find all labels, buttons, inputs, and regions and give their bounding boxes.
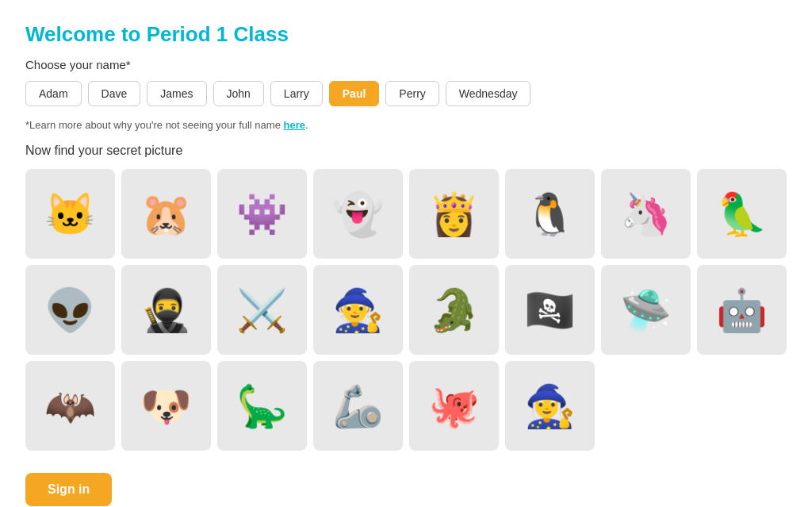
picture-cell-penguin[interactable]: 🐧 <box>505 169 595 259</box>
picture-cell-bird[interactable]: 🦜 <box>697 169 787 259</box>
picture-cell-dragon[interactable]: 🐊 <box>409 265 499 355</box>
picture-cell-pirate[interactable]: 🏴‍☠️ <box>505 265 595 355</box>
picture-cell-princess[interactable]: 👸 <box>409 169 499 259</box>
name-btn-james[interactable]: James <box>147 81 206 106</box>
picture-cell-robot[interactable]: 🤖 <box>697 265 787 355</box>
picture-cell-alien2[interactable]: 🛸 <box>601 265 691 355</box>
picture-cell-bat[interactable]: 🦇 <box>25 361 115 451</box>
picture-grid: 🐱🐹👾👻👸🐧🦄🦜👽🥷⚔️🧙🐊🏴‍☠️🛸🤖🦇🐶🦕🦾🐙🧙‍♀️ <box>25 169 787 451</box>
name-btn-larry[interactable]: Larry <box>270 81 323 106</box>
name-btn-wednesday[interactable]: Wednesday <box>446 81 531 106</box>
picture-cell-warrior[interactable]: ⚔️ <box>217 265 307 355</box>
picture-cell-octopus[interactable]: 🐙 <box>409 361 499 451</box>
picture-cell-monster[interactable]: 👾 <box>217 169 307 259</box>
picture-cell-hamster[interactable]: 🐹 <box>121 169 211 259</box>
picture-cell-ghost[interactable]: 👻 <box>313 169 403 259</box>
name-btn-paul[interactable]: Paul <box>329 81 380 106</box>
name-buttons-container: AdamDaveJamesJohnLarryPaulPerryWednesday <box>25 81 787 106</box>
info-link[interactable]: here <box>284 119 305 131</box>
picture-cell-dragon2[interactable]: 🦕 <box>217 361 307 451</box>
picture-cell-unicorn[interactable]: 🦄 <box>601 169 691 259</box>
name-btn-john[interactable]: John <box>213 81 264 106</box>
picture-cell-ninja[interactable]: 🥷 <box>121 265 211 355</box>
picture-cell-wizard[interactable]: 🧙 <box>313 265 403 355</box>
secret-picture-label: Now find your secret picture <box>25 144 787 158</box>
picture-cell-cat[interactable]: 🐱 <box>25 169 115 259</box>
picture-cell-robot2[interactable]: 🦾 <box>313 361 403 451</box>
name-btn-dave[interactable]: Dave <box>88 81 141 106</box>
picture-cell-dog[interactable]: 🐶 <box>121 361 211 451</box>
choose-name-label: Choose your name* <box>25 58 787 71</box>
name-btn-adam[interactable]: Adam <box>25 81 82 106</box>
info-text: *Learn more about why you're not seeing … <box>25 119 787 131</box>
page-title: Welcome to Period 1 Class <box>25 22 787 47</box>
picture-cell-alien[interactable]: 👽 <box>25 265 115 355</box>
name-btn-perry[interactable]: Perry <box>385 81 439 106</box>
sign-in-button[interactable]: Sign in <box>25 473 112 506</box>
picture-cell-witch[interactable]: 🧙‍♀️ <box>505 361 595 451</box>
